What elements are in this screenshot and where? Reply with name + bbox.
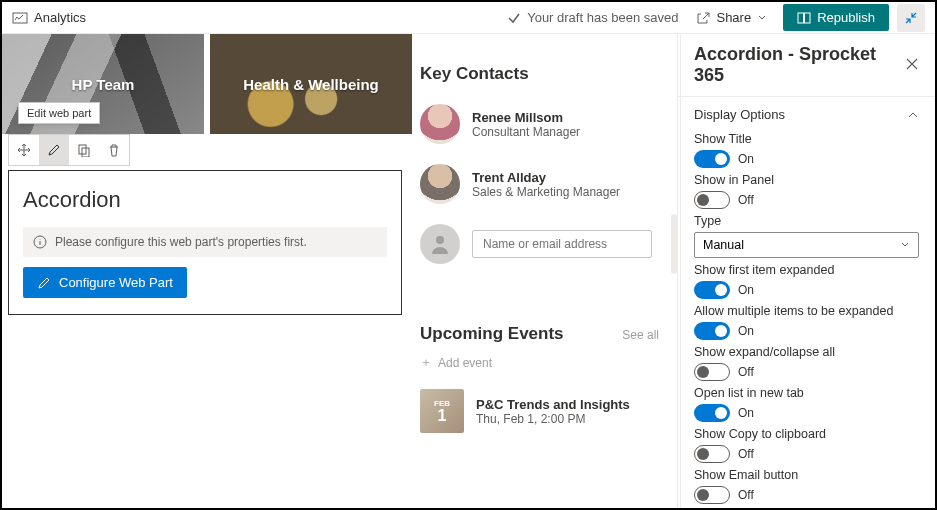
book-icon bbox=[797, 11, 811, 25]
event-date-badge: FEB 1 bbox=[420, 389, 464, 433]
contact-row[interactable]: Trent Allday Sales & Marketing Manager bbox=[420, 164, 659, 204]
type-value: Manual bbox=[703, 238, 744, 252]
republish-button[interactable]: Republish bbox=[783, 4, 889, 31]
tile-hp-label: HP Team bbox=[72, 76, 135, 93]
republish-label: Republish bbox=[817, 10, 875, 25]
option-label: Show in Panel bbox=[694, 173, 919, 187]
svg-rect-2 bbox=[805, 13, 811, 23]
configure-webpart-button[interactable]: Configure Web Part bbox=[23, 267, 187, 298]
chevron-down-icon bbox=[900, 240, 910, 250]
contact-role: Sales & Marketing Manager bbox=[472, 185, 620, 199]
tile-health-wellbeing[interactable]: Health & Wellbeing bbox=[210, 34, 412, 134]
toggle-state: On bbox=[738, 152, 754, 166]
analytics-icon bbox=[12, 10, 28, 26]
chevron-up-icon bbox=[907, 109, 919, 121]
column-divider bbox=[680, 34, 681, 510]
svg-rect-1 bbox=[798, 13, 804, 23]
chevron-down-icon bbox=[757, 13, 767, 23]
edit-webpart-button[interactable] bbox=[39, 135, 69, 165]
event-when: Thu, Feb 1, 2:00 PM bbox=[476, 412, 630, 426]
event-day: 1 bbox=[438, 408, 447, 424]
section-label: Display Options bbox=[694, 107, 785, 122]
contact-name: Renee Millsom bbox=[472, 110, 580, 125]
delete-webpart-button[interactable] bbox=[99, 135, 129, 165]
toggle-show-email-button[interactable] bbox=[694, 486, 730, 504]
option-label: Allow multiple items to be expanded bbox=[694, 304, 919, 318]
option-label: Show Copy to clipboard bbox=[694, 427, 919, 441]
upcoming-events-heading: Upcoming Events bbox=[420, 324, 564, 344]
move-webpart-button[interactable] bbox=[9, 135, 39, 165]
config-message-text: Please configure this web part's propert… bbox=[55, 235, 307, 249]
info-icon bbox=[33, 235, 47, 249]
avatar bbox=[420, 164, 460, 204]
toggle-show-first-item-expanded[interactable] bbox=[694, 281, 730, 299]
trash-icon bbox=[107, 143, 121, 157]
avatar-placeholder bbox=[420, 224, 460, 264]
accordion-webpart[interactable]: Accordion Please configure this web part… bbox=[8, 170, 402, 315]
panel-title: Accordion - Sprocket 365 bbox=[694, 44, 905, 86]
event-row[interactable]: FEB 1 P&C Trends and Insights Thu, Feb 1… bbox=[420, 389, 659, 433]
canvas-column-middle: Key Contacts Renee Millsom Consultant Ma… bbox=[412, 34, 677, 510]
toggle-show-expand-collapse-all[interactable] bbox=[694, 363, 730, 381]
copy-icon bbox=[77, 143, 91, 157]
property-panel: Accordion - Sprocket 365 Display Options… bbox=[677, 34, 935, 510]
contact-name: Trent Allday bbox=[472, 170, 620, 185]
toggle-state: Off bbox=[738, 447, 754, 461]
contact-row[interactable]: Renee Millsom Consultant Manager bbox=[420, 104, 659, 144]
toggle-open-list-in-new-tab[interactable] bbox=[694, 404, 730, 422]
column-resize-handle[interactable] bbox=[671, 214, 677, 274]
configure-webpart-label: Configure Web Part bbox=[59, 275, 173, 290]
toggle-show-in-panel[interactable] bbox=[694, 191, 730, 209]
option-label: Show Email button bbox=[694, 468, 919, 482]
toggle-allow-multiple-items-to-be-expanded[interactable] bbox=[694, 322, 730, 340]
pencil-icon bbox=[37, 276, 51, 290]
type-label: Type bbox=[694, 214, 919, 228]
key-contacts-heading: Key Contacts bbox=[420, 64, 659, 84]
toggle-show-copy-to-clipboard[interactable] bbox=[694, 445, 730, 463]
see-all-link[interactable]: See all bbox=[622, 328, 659, 342]
close-icon bbox=[905, 57, 919, 71]
option-label: Show expand/collapse all bbox=[694, 345, 919, 359]
move-icon bbox=[17, 143, 31, 157]
collapse-icon bbox=[904, 11, 918, 25]
webpart-toolbar bbox=[8, 134, 130, 166]
toggle-state: Off bbox=[738, 365, 754, 379]
toggle-state: Off bbox=[738, 488, 754, 502]
save-status-text: Your draft has been saved bbox=[527, 10, 678, 25]
option-label: Show Title bbox=[694, 132, 919, 146]
plus-icon: ＋ bbox=[420, 354, 432, 371]
app-title: Analytics bbox=[34, 10, 86, 25]
avatar bbox=[420, 104, 460, 144]
tooltip-edit-web-part: Edit web part bbox=[18, 102, 100, 124]
section-display-options[interactable]: Display Options bbox=[678, 97, 935, 132]
option-label: Show first item expanded bbox=[694, 263, 919, 277]
event-title: P&C Trends and Insights bbox=[476, 397, 630, 412]
type-select[interactable]: Manual bbox=[694, 232, 919, 258]
check-icon bbox=[507, 11, 521, 25]
save-status: Your draft has been saved bbox=[507, 10, 678, 25]
pencil-icon bbox=[47, 143, 61, 157]
toggle-state: On bbox=[738, 283, 754, 297]
duplicate-webpart-button[interactable] bbox=[69, 135, 99, 165]
svg-point-8 bbox=[436, 236, 444, 244]
contact-add-row bbox=[420, 224, 659, 264]
person-icon bbox=[428, 232, 452, 256]
toggle-state: On bbox=[738, 406, 754, 420]
contact-role: Consultant Manager bbox=[472, 125, 580, 139]
toggle-show-title[interactable] bbox=[694, 150, 730, 168]
toggle-state: On bbox=[738, 324, 754, 338]
share-icon bbox=[696, 11, 710, 25]
close-panel-button[interactable] bbox=[905, 57, 919, 74]
option-label: Open list in new tab bbox=[694, 386, 919, 400]
contact-search-input[interactable] bbox=[472, 230, 652, 258]
add-event-button[interactable]: ＋ Add event bbox=[420, 354, 659, 371]
share-button[interactable]: Share bbox=[696, 10, 767, 25]
toggle-state: Off bbox=[738, 193, 754, 207]
config-message: Please configure this web part's propert… bbox=[23, 227, 387, 257]
webpart-title: Accordion bbox=[23, 187, 387, 213]
canvas-column-left: HP Team Health & Wellbeing Edit web part… bbox=[2, 34, 412, 510]
command-bar: Analytics Your draft has been saved Shar… bbox=[2, 2, 935, 34]
collapse-panel-button[interactable] bbox=[897, 4, 925, 32]
share-label: Share bbox=[716, 10, 751, 25]
tile-hw-label: Health & Wellbeing bbox=[243, 76, 379, 93]
